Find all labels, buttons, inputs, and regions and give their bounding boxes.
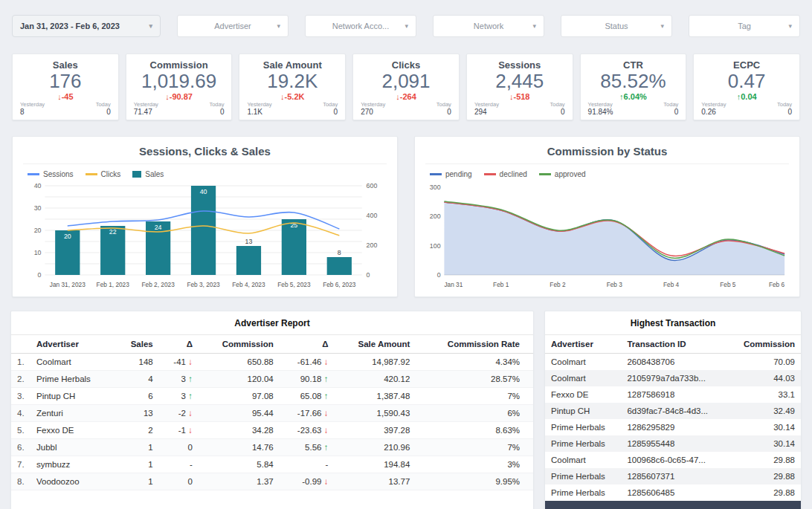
kpi-delta: ↓-5.2K [247, 92, 338, 101]
table-row: Coolmart2105979a7da733b...44.03 [545, 370, 801, 386]
highest-transaction-card[interactable]: Highest Transaction AdvertiserTransactio… [544, 311, 802, 509]
kpi-row: Sales176↓-45Yesterday8Today0Commission1,… [12, 54, 800, 120]
legend-marker [430, 173, 442, 175]
column-header: Commission Rate [416, 335, 533, 354]
sessions-clicks-sales-chart-card: Sessions, Clicks & Sales SessionsClicksS… [12, 136, 398, 297]
sales-delta: -2 ↓ [159, 405, 199, 422]
legend-marker [86, 173, 97, 175]
kpi-value: 2,091 [361, 71, 451, 91]
row-index: 7. [11, 456, 30, 473]
advertiser-name: Fexxo DE [545, 386, 621, 403]
kpi-footer: Yesterday294Today0 [474, 101, 565, 116]
sales-value: 2 [115, 422, 159, 439]
arrow-up-icon: ↑ [324, 443, 329, 452]
combo-chart: 0102030400200400600Jan 31, 2023Feb 1, 20… [23, 180, 387, 291]
svg-text:Feb 5: Feb 5 [720, 281, 736, 288]
yesterday-label: Yesterday [474, 101, 499, 108]
table-row: 5.Fexxo DE2-1 ↓34.28-23.63 ↓397.288.63% [11, 422, 533, 439]
yesterday-value: 270 [361, 108, 385, 116]
advertiser-name: Voodoozoo [30, 473, 115, 490]
commission-value: 5.84 [199, 456, 280, 473]
svg-text:0: 0 [38, 271, 42, 279]
today-value: 0 [209, 108, 224, 116]
arrow-up-icon: ↑ [619, 92, 624, 101]
sales-delta: -1 ↓ [159, 422, 199, 439]
chevron-down-icon: ▾ [277, 22, 280, 30]
arrow-down-icon: ↓ [57, 92, 62, 101]
row-index: 4. [11, 405, 30, 422]
commission-value: 30.14 [728, 419, 801, 435]
legend-marker [484, 173, 496, 175]
commission-value: 29.88 [728, 468, 801, 484]
date-range-picker[interactable]: Jan 31, 2023 - Feb 6, 2023 ▾ [12, 15, 161, 37]
network-account-filter-dropdown[interactable]: Network Acco... ▾ [305, 15, 416, 37]
arrow-up-icon: ↑ [324, 375, 329, 383]
legend-label: declined [500, 170, 527, 178]
network-filter-dropdown[interactable]: Network ▾ [433, 15, 544, 37]
commission-delta: -17.66 ↓ [280, 405, 335, 422]
kpi-card-commission: Commission1,019.69↓-90.87Yesterday71.47T… [126, 54, 233, 120]
arrow-down-icon: ↓ [165, 92, 170, 101]
charts-row: Sessions, Clicks & Sales SessionsClicksS… [12, 136, 800, 297]
sale-amount: 194.84 [334, 456, 416, 473]
legend-label: Clicks [101, 170, 121, 178]
legend-item-pending[interactable]: pending [430, 170, 472, 178]
today-value: 0 [550, 108, 565, 116]
today-label: Today [436, 101, 451, 108]
chevron-down-icon: ▾ [149, 22, 152, 30]
table-row: 4.Zenturi13-2 ↓95.44-17.66 ↓1,590.436% [11, 405, 533, 422]
arrow-down-icon: ↓ [509, 92, 514, 101]
svg-text:Feb 2: Feb 2 [550, 281, 566, 288]
svg-text:30: 30 [34, 204, 42, 212]
kpi-value: 85.52% [588, 71, 679, 91]
kpi-delta: ↓-264 [361, 92, 451, 101]
area-chart-legend: pendingdeclinedapproved [430, 170, 789, 178]
dropdown-label: Advertiser [214, 22, 251, 30]
row-index: 8. [11, 473, 30, 490]
legend-item-approved[interactable]: approved [539, 170, 586, 178]
svg-text:Feb 4: Feb 4 [663, 281, 680, 288]
legend-item-sales[interactable]: Sales [132, 170, 164, 178]
commission-value: 95.44 [199, 405, 280, 422]
legend-item-clicks[interactable]: Clicks [86, 170, 121, 178]
sales-delta: 3 ↑ [159, 388, 199, 405]
highest-transaction-head: AdvertiserTransaction IDCommission [545, 335, 801, 354]
dropdown-label: Status [605, 22, 628, 30]
legend-marker [28, 173, 39, 175]
table-row: Prime Herbals128560648529.88 [545, 484, 801, 501]
sale-amount: 397.28 [334, 422, 416, 439]
row-index: 6. [11, 439, 30, 456]
tables-row: Advertiser Report AdvertiserSalesΔCommis… [10, 311, 802, 509]
yesterday-label: Yesterday [361, 101, 385, 108]
legend-item-sessions[interactable]: Sessions [28, 170, 74, 178]
commission-value: 33.1 [728, 386, 801, 403]
kpi-value: 19.2K [247, 71, 338, 91]
commission-value: 97.08 [199, 388, 280, 405]
advertiser-name: Prime Herbals [545, 419, 621, 435]
svg-text:0: 0 [437, 271, 441, 279]
transaction-id: 100968c6-0c65-47... [621, 452, 728, 468]
sales-delta: 0 [159, 473, 199, 490]
svg-text:Jan 31, 2023: Jan 31, 2023 [50, 281, 86, 288]
kpi-value: 0.47 [701, 71, 792, 91]
status-area-chart: 0100200300Jan 31Feb 1Feb 2Feb 3Feb 4Feb … [425, 180, 789, 291]
advertiser-name: Prime Herbals [30, 371, 115, 388]
tag-filter-dropdown[interactable]: Tag ▾ [689, 15, 800, 37]
commission-rate: 3% [416, 456, 533, 473]
chevron-down-icon: ▾ [660, 22, 664, 30]
status-filter-dropdown[interactable]: Status ▾ [561, 15, 672, 37]
svg-text:40: 40 [200, 188, 207, 195]
kpi-footer: Yesterday8Today0 [20, 101, 111, 116]
legend-label: Sessions [43, 170, 74, 178]
sales-value: 1 [115, 473, 159, 490]
advertiser-filter-dropdown[interactable]: Advertiser ▾ [177, 15, 289, 37]
sales-value: 1 [115, 456, 159, 473]
chart-title: Sessions, Clicks & Sales [23, 143, 387, 164]
dropdown-label: Network [474, 22, 503, 30]
kpi-title: Commission [134, 59, 225, 71]
kpi-title: Clicks [361, 59, 451, 71]
today-label: Today [550, 101, 565, 108]
legend-item-declined[interactable]: declined [484, 170, 527, 178]
commission-by-status-chart-card: Commission by Status pendingdeclinedappr… [414, 136, 800, 297]
arrow-up-icon: ↑ [188, 375, 193, 383]
